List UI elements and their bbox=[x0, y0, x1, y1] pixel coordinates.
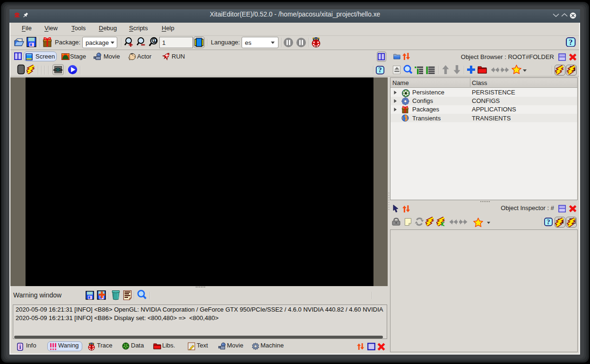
svg-text:1: 1 bbox=[153, 38, 156, 43]
svg-text:?: ? bbox=[547, 218, 550, 225]
svg-text:?: ? bbox=[378, 66, 382, 74]
svg-text:?: ? bbox=[569, 37, 573, 46]
svg-text:i: i bbox=[19, 343, 21, 350]
